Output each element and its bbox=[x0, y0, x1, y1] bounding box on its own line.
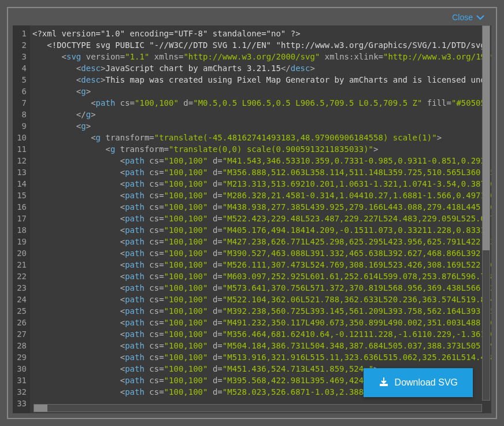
line-number: 13 bbox=[15, 166, 27, 178]
code-line: <path cs="100,100" d="M286.328,21.4581-0… bbox=[32, 190, 491, 201]
code-line: <path cs="100,100" d="M405.176,494.18414… bbox=[32, 224, 491, 236]
download-label: Download SVG bbox=[395, 377, 458, 388]
download-icon bbox=[379, 376, 389, 389]
horizontal-scrollbar-thumb[interactable] bbox=[34, 405, 47, 412]
code-line: <path cs="100,100" d="M390.527,463.088L3… bbox=[32, 247, 491, 259]
vertical-scrollbar-thumb[interactable] bbox=[483, 26, 490, 250]
line-number: 25 bbox=[15, 305, 27, 317]
code-line: <svg version="1.1" xmlns="http://www.w3.… bbox=[32, 51, 491, 62]
line-number: 2 bbox=[15, 39, 27, 51]
code-line: <?xml version="1.0" encoding="UTF-8" sta… bbox=[32, 28, 491, 39]
code-line: <path cs="100,100" d="M438.938,277.385L4… bbox=[32, 201, 491, 213]
code-line: <path cs="100,100" d="M491.232,350.117L4… bbox=[32, 317, 491, 328]
line-number: 8 bbox=[15, 109, 27, 120]
code-line: <path cs="100,100" d="M573.641,370.756L5… bbox=[32, 282, 491, 294]
chevron-down-icon bbox=[476, 12, 484, 23]
line-number: 32 bbox=[15, 386, 27, 398]
line-number: 23 bbox=[15, 282, 27, 294]
close-label: Close bbox=[452, 13, 473, 22]
vertical-scrollbar[interactable] bbox=[482, 25, 490, 401]
code-line: <path cs="100,100" d="M603.097,252.925L6… bbox=[32, 271, 491, 282]
line-number: 21 bbox=[15, 259, 27, 271]
line-number-gutter: 1234567891011121314151617181920212223242… bbox=[13, 25, 30, 413]
line-number: 9 bbox=[15, 120, 27, 132]
code-line: <path cs="100,100" d="M522.423,229.48L52… bbox=[32, 213, 491, 224]
code-line: <path cs="100,100" d="M356.888,512.063L3… bbox=[32, 166, 491, 178]
line-number: 18 bbox=[15, 224, 27, 236]
line-number: 12 bbox=[15, 155, 27, 166]
code-line: <path cs="100,100" d="M41.543,346.53310.… bbox=[32, 155, 491, 166]
code-line: <g> bbox=[32, 86, 491, 97]
line-number: 20 bbox=[15, 247, 27, 259]
line-number: 14 bbox=[15, 178, 27, 190]
line-number: 7 bbox=[15, 97, 27, 109]
code-line: <desc>JavaScript chart by amCharts 3.21.… bbox=[32, 62, 491, 74]
code-content[interactable]: <?xml version="1.0" encoding="UTF-8" sta… bbox=[30, 25, 491, 413]
code-line: <g> bbox=[32, 120, 491, 132]
line-number: 30 bbox=[15, 363, 27, 375]
code-line: <path cs="100,100" d="M522.104,362.06L52… bbox=[32, 294, 491, 305]
line-number: 33 bbox=[15, 398, 27, 409]
code-line: </g> bbox=[32, 109, 491, 120]
code-line: <desc>This map was created using Pixel M… bbox=[32, 74, 491, 86]
code-line: <path cs="100,100" d="M513.916,321.916L5… bbox=[32, 351, 491, 363]
code-line: <path cs="100,100" d="M427.238,626.771L4… bbox=[32, 236, 491, 247]
line-number: 26 bbox=[15, 317, 27, 328]
line-number: 3 bbox=[15, 51, 27, 62]
line-number: 17 bbox=[15, 213, 27, 224]
code-line: <!DOCTYPE svg PUBLIC "-//W3C//DTD SVG 1.… bbox=[32, 39, 491, 51]
code-line: <g transform="translate(-45.481627414931… bbox=[32, 132, 491, 143]
line-number: 27 bbox=[15, 328, 27, 340]
line-number: 24 bbox=[15, 294, 27, 305]
code-viewer: 1234567891011121314151617181920212223242… bbox=[13, 25, 491, 413]
line-number: 5 bbox=[15, 74, 27, 86]
code-line: <path cs="100,100" d="M213.313,513.69210… bbox=[32, 178, 491, 190]
line-number: 31 bbox=[15, 375, 27, 386]
line-number: 11 bbox=[15, 143, 27, 155]
line-number: 15 bbox=[15, 190, 27, 201]
code-line: <path cs="100,100" d="M392.238,560.725L3… bbox=[32, 305, 491, 317]
line-number: 16 bbox=[15, 201, 27, 213]
line-number: 29 bbox=[15, 351, 27, 363]
line-number: 1 bbox=[15, 28, 27, 39]
code-line: <g transform="translate(0,0) scale(0.900… bbox=[32, 143, 491, 155]
code-line: <path cs="100,100" d="M0.5,0.5 L906.5,0.… bbox=[32, 97, 491, 109]
horizontal-scrollbar[interactable] bbox=[34, 404, 482, 412]
line-number: 4 bbox=[15, 62, 27, 74]
line-number: 6 bbox=[15, 86, 27, 97]
line-number: 10 bbox=[15, 132, 27, 143]
code-line: <path cs="100,100" d="M356.464,681.62410… bbox=[32, 328, 491, 340]
line-number: 19 bbox=[15, 236, 27, 247]
code-line: <path cs="100,100" d="M526.111,307.473L5… bbox=[32, 259, 491, 271]
modal-window: Close 1234567891011121314151617181920212… bbox=[7, 7, 497, 419]
close-button[interactable]: Close bbox=[452, 12, 484, 23]
line-number: 22 bbox=[15, 271, 27, 282]
code-line: <path cs="100,100" d="M504.184,386.731L5… bbox=[32, 340, 491, 351]
download-svg-button[interactable]: Download SVG bbox=[364, 368, 473, 397]
line-number: 28 bbox=[15, 340, 27, 351]
